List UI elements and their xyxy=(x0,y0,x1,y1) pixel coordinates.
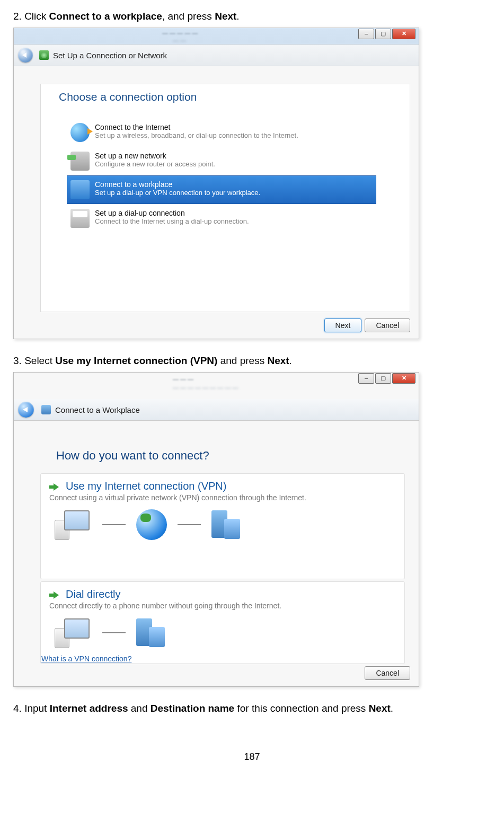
illustration-internet-path xyxy=(49,509,396,540)
step-2-text: 2. Click Connect to a workplace, and pre… xyxy=(13,11,491,22)
what-is-vpn-link[interactable]: What is a VPN connection? xyxy=(41,654,131,663)
option-title: Connect to a workplace xyxy=(95,180,260,189)
wizard-heading: How do you want to connect? xyxy=(56,449,209,463)
option-dial-directly[interactable]: Dial directly Connect directly to a phon… xyxy=(40,581,405,664)
option-connect-workplace[interactable]: Connect to a workplace Set up a dial-up … xyxy=(67,175,376,204)
workplace-icon xyxy=(41,405,51,414)
arrow-right-icon xyxy=(49,591,59,599)
maximize-button[interactable]: ▢ xyxy=(375,373,391,384)
back-button[interactable] xyxy=(18,402,34,418)
wizard-title: Connect to a Workplace xyxy=(55,405,140,414)
option-subtitle: Configure a new router or access point. xyxy=(95,160,215,168)
server-icon xyxy=(70,180,90,199)
back-button[interactable] xyxy=(18,48,33,63)
titlebar-blurred-text2: — — — — — — — — — xyxy=(173,384,238,391)
screenshot-connect-workplace: — — — — — — — — — — — — – ▢ ✕ Connect to… xyxy=(13,372,419,687)
close-button[interactable]: ✕ xyxy=(392,373,415,384)
server-icon xyxy=(136,617,168,648)
card-subtitle: Connect directly to a phone number witho… xyxy=(49,601,396,610)
titlebar-blurred-text2: — — xyxy=(173,37,186,43)
close-button[interactable]: ✕ xyxy=(392,29,415,39)
option-subtitle: Set up a wireless, broadband, or dial-up… xyxy=(95,131,298,139)
next-button[interactable]: Next xyxy=(324,318,362,332)
wizard-title: Set Up a Connection or Network xyxy=(53,51,167,60)
wizard-header: Connect to a Workplace xyxy=(14,399,419,421)
option-title: Set up a dial-up connection xyxy=(95,209,249,217)
card-subtitle: Connect using a virtual private network … xyxy=(49,493,396,502)
globe-arrow-icon xyxy=(70,123,90,142)
window-titlebar-blurred: — — — — — — — – ▢ ✕ xyxy=(14,28,419,45)
connection-line-icon xyxy=(102,632,126,633)
card-title: Dial directly xyxy=(66,588,120,600)
option-connect-internet[interactable]: Connect to the Internet Set up a wireles… xyxy=(67,118,376,147)
modem-icon xyxy=(70,209,90,228)
screenshot-connection-option: — — — — — — — – ▢ ✕ Set Up a Connection … xyxy=(13,28,419,339)
router-icon xyxy=(70,152,90,171)
option-use-internet-vpn[interactable]: Use my Internet connection (VPN) Connect… xyxy=(40,473,405,579)
connection-line-icon xyxy=(102,524,126,525)
option-subtitle: Set up a dial-up or VPN connection to yo… xyxy=(95,189,260,197)
option-setup-network[interactable]: Set up a new network Configure a new rou… xyxy=(67,147,376,175)
titlebar-blurred-text: — — — — — xyxy=(162,30,198,36)
network-icon xyxy=(39,50,49,60)
option-title: Set up a new network xyxy=(95,152,215,160)
option-subtitle: Connect to the Internet using a dial-up … xyxy=(95,217,249,225)
page-number: 187 xyxy=(13,751,491,763)
cancel-button[interactable]: Cancel xyxy=(365,318,410,332)
card-title: Use my Internet connection (VPN) xyxy=(66,480,226,492)
server-icon xyxy=(211,509,243,540)
step-3-text: 3. Select Use my Internet connection (VP… xyxy=(13,355,491,367)
step-num: 3. xyxy=(13,355,22,366)
wizard-header: Set Up a Connection or Network xyxy=(14,45,419,66)
cancel-button[interactable]: Cancel xyxy=(365,666,410,680)
step-num: 4. xyxy=(13,703,22,714)
step-4-text: 4. Input Internet address and Destinatio… xyxy=(13,703,491,714)
maximize-button[interactable]: ▢ xyxy=(375,29,391,39)
step-num: 2. xyxy=(13,11,22,22)
minimize-button[interactable]: – xyxy=(358,373,374,384)
arrow-right-icon xyxy=(49,483,59,491)
option-title: Connect to the Internet xyxy=(95,123,298,131)
option-dialup[interactable]: Set up a dial-up connection Connect to t… xyxy=(67,204,376,233)
wizard-heading: Choose a connection option xyxy=(59,91,197,103)
window-titlebar-blurred: — — — — — — — — — — — — – ▢ ✕ xyxy=(14,373,419,399)
minimize-button[interactable]: – xyxy=(358,29,374,39)
titlebar-blurred-text: — — — xyxy=(173,376,193,382)
illustration-direct-path xyxy=(49,617,396,648)
computer-icon xyxy=(55,617,92,648)
computer-icon xyxy=(55,509,92,540)
connection-line-icon xyxy=(178,524,201,525)
globe-icon xyxy=(136,509,167,540)
